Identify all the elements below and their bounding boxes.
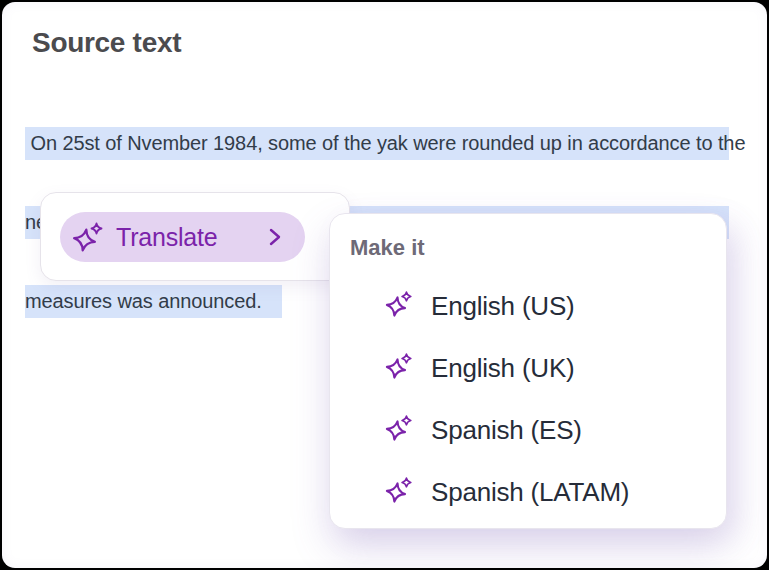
sparkle-icon xyxy=(385,475,413,510)
sparkle-icon xyxy=(385,351,413,386)
screen: Source text On 25st of Nvember 1984, som… xyxy=(2,2,767,568)
sparkle-icon xyxy=(385,413,413,448)
screenshot-stage: Source text On 25st of Nvember 1984, som… xyxy=(0,0,769,570)
translate-button-label: Translate xyxy=(116,223,217,252)
translate-button[interactable]: Translate xyxy=(60,212,305,262)
sparkle-icon xyxy=(72,220,104,255)
make-it-menu-list: English (US) English (UK) xyxy=(330,275,726,523)
sparkle-icon xyxy=(385,289,413,324)
menu-item-label: Spanish (ES) xyxy=(431,415,582,446)
chevron-right-icon xyxy=(265,225,285,249)
menu-item-spanish-latam[interactable]: Spanish (LATAM) xyxy=(330,461,726,523)
make-it-menu-header: Make it xyxy=(350,235,425,261)
make-it-menu: Make it English (US) xyxy=(329,213,727,529)
menu-item-label: Spanish (LATAM) xyxy=(431,477,629,508)
translate-toolbar: Translate xyxy=(40,192,350,281)
menu-item-spanish-es[interactable]: Spanish (ES) xyxy=(330,399,726,461)
source-text-line-1: On 25st of Nvember 1984, some of the yak… xyxy=(25,127,729,160)
menu-item-english-uk[interactable]: English (UK) xyxy=(330,337,726,399)
source-text-line-3-highlight: measures was announced. xyxy=(25,285,282,318)
menu-item-label: English (US) xyxy=(431,291,575,322)
menu-item-english-us[interactable]: English (US) xyxy=(330,275,726,337)
menu-item-label: English (UK) xyxy=(431,353,575,384)
source-text-heading: Source text xyxy=(32,27,181,59)
